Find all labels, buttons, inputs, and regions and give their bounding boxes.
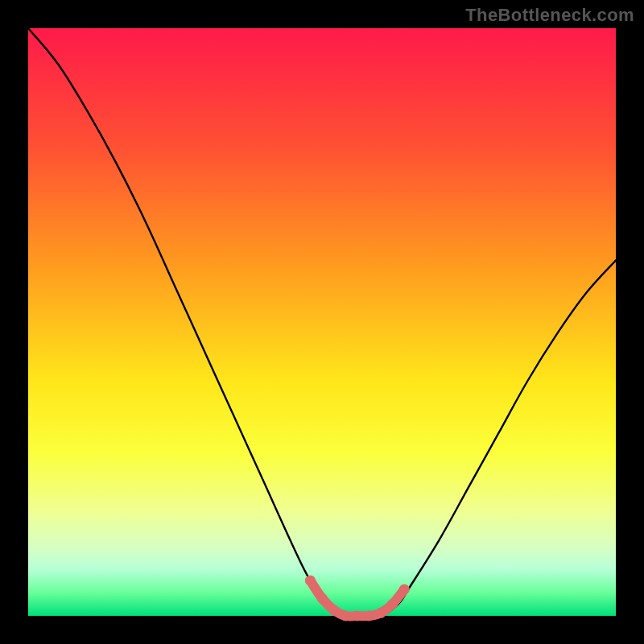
watermark-text: TheBottleneck.com [465, 5, 634, 26]
highlight-dot [317, 593, 328, 604]
highlight-dot [387, 599, 398, 609]
chart-frame: TheBottleneck.com [0, 0, 644, 644]
highlight-dot [364, 611, 374, 621]
plot-background [28, 28, 616, 616]
highlight-dot [352, 611, 362, 621]
highlight-dot [399, 584, 410, 595]
highlight-dot [376, 608, 386, 618]
highlight-dot [328, 605, 339, 615]
highlight-dot [341, 611, 351, 621]
chart-canvas [0, 0, 644, 644]
highlight-dot [305, 576, 316, 586]
